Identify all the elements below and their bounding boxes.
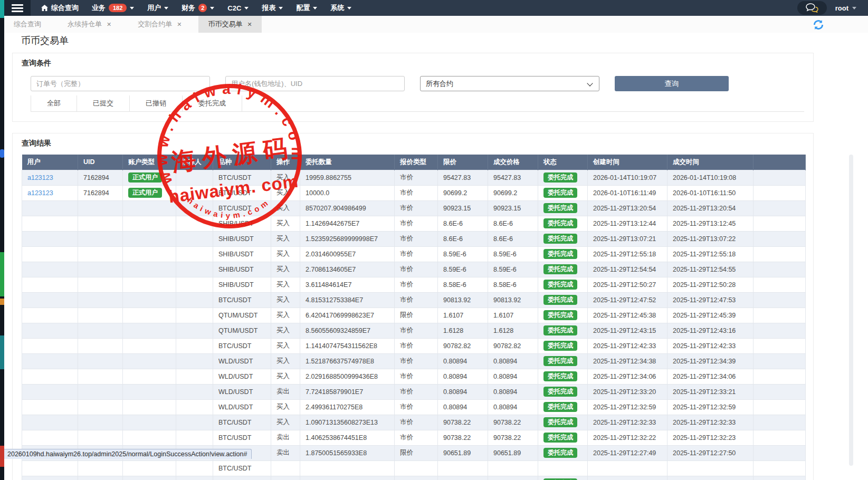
cell-uid bbox=[78, 415, 123, 430]
tab-spot-orders[interactable]: 币币交易单 ✕ bbox=[198, 16, 261, 33]
cell-deal_price: 8.6E-6 bbox=[488, 216, 538, 231]
tab-label: 永续持仓单 bbox=[68, 20, 102, 29]
cell-created_at: 2025-11-29T12:32:22 bbox=[588, 430, 667, 445]
cell-limit_price: 8.6E-6 bbox=[438, 216, 488, 231]
cell-dealt_at: 2025-11-29T12:50:28 bbox=[667, 277, 753, 292]
cell-amount: 7.724185879901E7 bbox=[300, 384, 395, 399]
cell-uid bbox=[78, 338, 123, 353]
cell-limit_price: 90738.22 bbox=[438, 415, 488, 430]
status-badge: 委托完成 bbox=[543, 295, 577, 305]
close-icon[interactable]: ✕ bbox=[177, 21, 182, 28]
status-badge: 委托完成 bbox=[543, 280, 577, 290]
cell-deal_price bbox=[488, 460, 538, 476]
close-icon[interactable]: ✕ bbox=[107, 21, 111, 28]
cell-user bbox=[22, 353, 78, 369]
cell-amount: 1.1414074754311562E8 bbox=[300, 338, 395, 353]
close-icon[interactable]: ✕ bbox=[247, 21, 252, 28]
cell-tail bbox=[753, 277, 806, 292]
chevron-down-icon bbox=[244, 7, 249, 9]
contract-select[interactable]: 所有合约 bbox=[420, 76, 599, 91]
nav-item-config[interactable]: 配置 bbox=[296, 3, 317, 13]
nav-item-business[interactable]: 业务 182 bbox=[92, 3, 134, 13]
admin-screen: 综合查询 业务 182 用户 财务 2 C2C 报表 bbox=[0, 0, 868, 480]
status-badge: 委托完成 bbox=[543, 356, 577, 366]
cell-pair: BTC/USDT bbox=[213, 200, 271, 216]
tab-delivery-contracts[interactable]: 交割合约单 ✕ bbox=[128, 16, 191, 33]
query-results-panel: 查询结果 用户 UID 账户类型 推荐人 品种 操作 委托数量 报价类型 限价 bbox=[12, 133, 814, 480]
cell-dealt_at: 2025-11-29T12:34:06 bbox=[667, 369, 753, 384]
filter-tab-completed[interactable]: 委托完成 bbox=[183, 95, 242, 111]
cell-referrer bbox=[176, 231, 213, 246]
cell-deal_price: 8.59E-6 bbox=[488, 246, 538, 262]
refresh-icon bbox=[813, 19, 824, 31]
nav-item-system[interactable]: 系统 bbox=[330, 3, 351, 13]
filter-tab-all[interactable]: 全部 bbox=[31, 95, 77, 111]
status-badge: 委托完成 bbox=[543, 448, 577, 458]
col-uid: UID bbox=[78, 155, 123, 170]
tab-overview[interactable]: 综合查询 bbox=[4, 16, 51, 33]
nav-item-users[interactable]: 用户 bbox=[147, 3, 168, 13]
cell-deal_price: 95427.83 bbox=[488, 170, 538, 185]
cell-referrer bbox=[176, 292, 213, 308]
cell-dealt_at: 2025-11-29T13:12:45 bbox=[667, 216, 753, 231]
user-link[interactable]: a123123 bbox=[27, 189, 53, 197]
cell-user bbox=[22, 384, 78, 399]
page-title: 币币交易单 bbox=[21, 34, 69, 47]
nav-item-finance[interactable]: 财务 2 bbox=[182, 3, 214, 13]
cell-limit_price: 90699.2 bbox=[438, 185, 488, 200]
refresh-button[interactable] bbox=[813, 19, 824, 31]
status-badge: 委托完成 bbox=[543, 218, 577, 228]
cell-pair: SHIB/USDT bbox=[213, 216, 271, 231]
user-link[interactable]: a123123 bbox=[27, 174, 53, 181]
cell-tail bbox=[753, 353, 806, 369]
username-uid-input[interactable] bbox=[225, 76, 405, 91]
cell-dealt_at: 2026-01-10T16:11:50 bbox=[667, 185, 753, 200]
cell-dealt_at: 2025-11-29T12:27:50 bbox=[667, 445, 753, 460]
cell-deal_price: 0.80894 bbox=[488, 353, 538, 369]
nav-item-reports[interactable]: 报表 bbox=[262, 3, 283, 13]
results-table-body: a1231237162894正式用户BTC/USDT买入19959.886275… bbox=[22, 170, 806, 480]
cell-referrer bbox=[176, 308, 213, 323]
col-user: 用户 bbox=[22, 155, 78, 170]
screen-edge-strip bbox=[0, 0, 4, 480]
col-referrer: 推荐人 bbox=[176, 155, 213, 170]
messages-button[interactable] bbox=[797, 1, 827, 15]
link-preview-statusbar: 20260109hd.haiwaiym26.top/admin2025/norm… bbox=[4, 449, 252, 459]
cell-status bbox=[538, 460, 588, 476]
cell-dealt_at bbox=[667, 476, 753, 480]
orders-table: 用户 UID 账户类型 推荐人 品种 操作 委托数量 报价类型 限价 成交价格 … bbox=[22, 155, 806, 480]
cell-amount: 8570207.904986499 bbox=[300, 200, 395, 216]
nav-item-overview[interactable]: 综合查询 bbox=[41, 3, 79, 13]
cell-tail bbox=[753, 460, 806, 476]
cell-side: 卖出 bbox=[271, 384, 300, 399]
status-badge: 委托完成 bbox=[543, 203, 577, 213]
cell-account_type bbox=[123, 353, 176, 369]
cell-side: 卖出 bbox=[271, 430, 300, 445]
table-row: BTC/USDT买入8570207.904986499市价90923.15909… bbox=[22, 200, 806, 216]
cell-amount: 2.7086134605E7 bbox=[300, 262, 395, 277]
cell-pair: SHIB/USDT bbox=[213, 246, 271, 262]
user-account-menu[interactable]: root bbox=[835, 4, 856, 12]
cell-created_at: 2025-11-29T12:27:49 bbox=[588, 445, 667, 460]
hamburger-menu-icon[interactable] bbox=[4, 0, 31, 16]
cell-pair: BTC/USDT bbox=[213, 460, 271, 476]
table-row: BTC/USDT卖出1.4062538674451E8市价90738.22907… bbox=[22, 430, 806, 445]
cell-created_at: 2025-11-29T12:43:15 bbox=[588, 323, 667, 338]
filter-tab-cancelled[interactable]: 已撤销 bbox=[130, 95, 183, 111]
cell-status: 委托完成 bbox=[538, 369, 588, 384]
search-button[interactable]: 查询 bbox=[615, 76, 729, 91]
vertical-scrollbar[interactable] bbox=[849, 155, 853, 466]
filter-tab-submitted[interactable]: 已提交 bbox=[77, 95, 130, 111]
cell-status: 委托完成 bbox=[538, 262, 588, 277]
cell-created_at: 2025-11-29T12:50:27 bbox=[588, 277, 667, 292]
table-row: BTC/USDT委托完成 bbox=[22, 476, 806, 480]
tab-perpetual-positions[interactable]: 永续持仓单 ✕ bbox=[58, 16, 121, 33]
col-dealt-at: 成交时间 bbox=[667, 155, 753, 170]
cell-tail bbox=[753, 200, 806, 216]
cell-amount: 19959.8862755 bbox=[300, 170, 395, 185]
cell-status: 委托完成 bbox=[538, 200, 588, 216]
cell-deal_price: 8.59E-6 bbox=[488, 262, 538, 277]
nav-item-c2c[interactable]: C2C bbox=[227, 4, 249, 12]
order-number-input[interactable] bbox=[31, 76, 210, 91]
cell-amount: 2.499361170275E8 bbox=[300, 399, 395, 415]
